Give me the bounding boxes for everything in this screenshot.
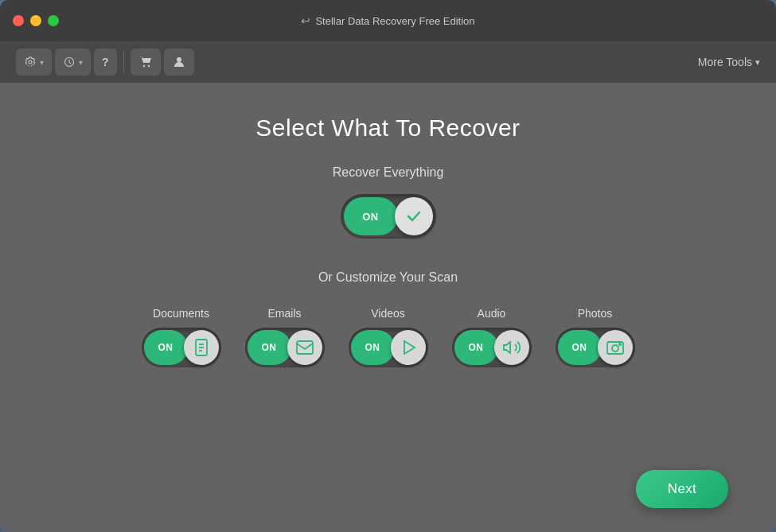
emails-toggle-on: ON — [248, 330, 291, 365]
account-icon — [172, 55, 186, 69]
help-button[interactable]: ? — [94, 49, 117, 76]
category-documents: Documents ON — [142, 307, 221, 367]
audio-toggle[interactable]: ON — [452, 328, 532, 367]
photos-toggle-on: ON — [558, 330, 602, 365]
svg-point-0 — [142, 65, 144, 67]
account-button[interactable] — [164, 49, 194, 76]
cart-button[interactable] — [131, 49, 161, 76]
svg-rect-7 — [297, 341, 313, 354]
documents-label: Documents — [153, 307, 209, 320]
emails-toggle-knob — [287, 330, 322, 365]
audio-toggle-label: ON — [469, 342, 484, 353]
page-title: Select What To Recover — [255, 115, 520, 142]
documents-toggle[interactable]: ON — [142, 328, 221, 367]
toolbar-right: More Tools ▾ — [698, 56, 760, 68]
svg-point-10 — [612, 345, 618, 351]
documents-toggle-label: ON — [158, 342, 174, 353]
history-dropdown-icon: ▾ — [79, 58, 83, 67]
categories-row: Documents ON — [142, 307, 635, 367]
cart-icon — [138, 55, 153, 69]
emails-toggle[interactable]: ON — [245, 328, 325, 367]
photos-label: Photos — [578, 307, 613, 320]
app-window: ↩ Stellar Data Recovery Free Edition ▾ — [0, 0, 776, 532]
toolbar-left: ▾ ▾ ? — [16, 49, 194, 76]
toolbar: ▾ ▾ ? — [0, 41, 776, 83]
documents-toggle-on: ON — [144, 330, 188, 365]
audio-toggle-on: ON — [454, 330, 498, 365]
minimize-button[interactable] — [30, 15, 41, 26]
recover-everything-toggle[interactable]: ON — [341, 194, 436, 239]
svg-marker-8 — [404, 341, 415, 354]
videos-toggle-knob — [391, 330, 426, 365]
next-button[interactable]: Next — [636, 470, 728, 508]
maximize-button[interactable] — [48, 15, 59, 26]
photos-toggle-label: ON — [572, 342, 587, 353]
window-title-area: ↩ Stellar Data Recovery Free Edition — [301, 14, 474, 27]
customize-label: Or Customize Your Scan — [318, 270, 458, 285]
documents-toggle-knob — [184, 330, 219, 365]
toggle-on-label: ON — [362, 211, 379, 223]
category-emails: Emails ON — [245, 307, 325, 367]
history-icon — [63, 56, 76, 68]
toggle-on-track: ON — [344, 197, 398, 235]
videos-toggle-label: ON — [365, 342, 380, 353]
category-audio: Audio ON — [452, 307, 532, 367]
emails-toggle-label: ON — [262, 342, 277, 353]
toggle-knob — [395, 197, 433, 235]
audio-label: Audio — [478, 307, 506, 320]
videos-toggle-on: ON — [351, 330, 395, 365]
settings-button[interactable]: ▾ — [16, 49, 52, 76]
settings-dropdown-icon: ▾ — [40, 58, 44, 67]
svg-point-2 — [177, 57, 181, 62]
window-title: Stellar Data Recovery Free Edition — [315, 15, 474, 27]
videos-label: Videos — [371, 307, 405, 320]
svg-point-11 — [618, 344, 620, 345]
toolbar-separator — [123, 51, 124, 73]
traffic-lights — [13, 15, 59, 26]
category-videos: Videos ON — [349, 307, 428, 367]
photos-toggle[interactable]: ON — [556, 328, 635, 367]
titlebar: ↩ Stellar Data Recovery Free Edition — [0, 0, 776, 41]
videos-toggle[interactable]: ON — [349, 328, 428, 367]
history-button[interactable]: ▾ — [55, 49, 91, 76]
next-button-container: Next — [16, 470, 760, 508]
svg-point-1 — [147, 65, 149, 67]
back-icon: ↩ — [301, 14, 310, 27]
category-photos: Photos ON — [556, 307, 635, 367]
more-tools-dropdown-icon: ▾ — [755, 57, 760, 68]
settings-icon — [24, 56, 37, 68]
photos-toggle-knob — [598, 330, 633, 365]
main-content: Select What To Recover Recover Everythin… — [0, 83, 776, 532]
close-button[interactable] — [13, 15, 24, 26]
recover-everything-label: Recover Everything — [333, 165, 444, 180]
emails-label: Emails — [267, 307, 301, 320]
help-icon: ? — [102, 56, 109, 68]
more-tools-label: More Tools — [698, 56, 752, 68]
more-tools-button[interactable]: More Tools ▾ — [698, 56, 760, 68]
audio-toggle-knob — [494, 330, 529, 365]
